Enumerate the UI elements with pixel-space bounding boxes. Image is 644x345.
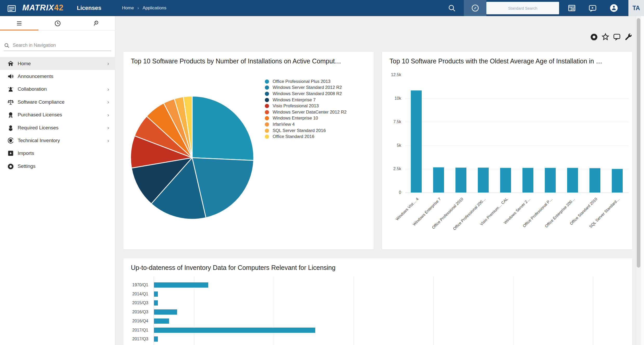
scales-icon: [7, 99, 14, 105]
video-tutorials-icon[interactable]: [588, 4, 597, 12]
chevron-right-icon: ›: [107, 61, 109, 67]
list-icon: [16, 20, 23, 27]
sidebar-item-home[interactable]: Home›: [0, 57, 115, 70]
category-label: 2016/Q3: [123, 310, 148, 314]
megaphone-icon: [7, 73, 14, 80]
chevron-right-icon: ›: [107, 86, 109, 92]
legend-dot: [265, 129, 269, 133]
bar: [154, 336, 158, 342]
chevron-right-icon: ›: [107, 99, 109, 105]
active-tab-underline: [0, 30, 38, 30]
sidebar-item-label: Software Compliance: [18, 99, 65, 105]
global-search-input[interactable]: [486, 2, 559, 14]
legend-label: SQL Server Standard 2016: [273, 128, 326, 133]
sidebar-item-label: Collaboration: [18, 86, 47, 92]
breadcrumb-current[interactable]: Applications: [143, 5, 166, 10]
y-axis-tick: 7.5k: [383, 120, 401, 124]
x-axis-label: Windows Enterprise 7: [393, 197, 442, 246]
y-axis-tick: 0: [383, 190, 401, 195]
sidebar-search-input[interactable]: [13, 43, 111, 48]
gridline: [405, 145, 629, 146]
imports-icon: [7, 150, 14, 157]
bar: [433, 167, 444, 193]
gridline: [433, 276, 434, 345]
bar: [567, 168, 578, 193]
sidebar-item-collaboration[interactable]: Collaboration›: [0, 83, 115, 96]
bar: [154, 282, 208, 288]
award-icon: [7, 111, 14, 118]
legend-item: Office Professional Plus 2013: [265, 78, 346, 85]
tab-history[interactable]: [38, 16, 77, 31]
legend-label: Windows Server Standard 2012 R2: [273, 85, 342, 90]
category-label: 1970/Q1: [123, 283, 148, 287]
sidebar-item-announcements[interactable]: Announcements: [0, 70, 115, 83]
pie-chart: [130, 95, 254, 220]
pie-slice: [192, 96, 254, 160]
gear-icon[interactable]: [590, 33, 598, 41]
x-axis-label: SQL Server Standard…: [571, 197, 620, 246]
legend-dot: [265, 135, 269, 139]
bar: [154, 291, 158, 297]
legend-dot: [265, 122, 269, 127]
sidebar-nav-list: Home›AnnouncementsCollaboration›Software…: [0, 57, 115, 173]
y-axis-tick: 2.5k: [383, 167, 401, 171]
bar: [455, 168, 466, 193]
sidebar-item-software-compliance[interactable]: Software Compliance›: [0, 96, 115, 108]
breadcrumb: Home›Applications: [122, 5, 166, 11]
search-icon[interactable]: [448, 4, 456, 12]
x-axis-label: Office Enterprise 200…: [527, 197, 576, 246]
legend-item: Windows Server Standard 2008 R2: [265, 91, 346, 97]
sidebar-item-technical-inventory[interactable]: Technical Inventory›: [0, 134, 115, 147]
tab-navigation[interactable]: [0, 16, 38, 31]
legend-dot: [265, 116, 269, 120]
gridline: [593, 276, 593, 345]
avatar[interactable]: TA: [628, 0, 644, 16]
page-scrollbar[interactable]: [636, 16, 641, 345]
legend-item: Windows Enterprise 10: [265, 115, 346, 122]
sidebar-item-purchased-licenses[interactable]: Purchased Licenses›: [0, 109, 115, 121]
matrix42-logo[interactable]: MATRIX42: [22, 3, 64, 12]
chevron-right-icon: ›: [107, 125, 109, 131]
active-app-tile[interactable]: [464, 0, 486, 16]
bar-chart: 12.5k10k7.5k5k2.5k0Windows Vist… 4Window…: [382, 52, 633, 250]
bar: [478, 168, 489, 193]
star-icon[interactable]: [601, 33, 609, 41]
search-icon: [4, 43, 10, 48]
breadcrumb-separator: ›: [137, 5, 139, 10]
bar: [154, 309, 177, 315]
clock-icon: [54, 20, 61, 27]
y-axis-tick: 5k: [383, 143, 401, 148]
bar: [154, 319, 169, 324]
scrollbar-thumb[interactable]: [637, 18, 640, 268]
sidebar-item-settings[interactable]: Settings: [0, 160, 115, 172]
legend-dot: [265, 104, 269, 108]
legend-dot: [265, 98, 269, 102]
apps-grid-icon[interactable]: [568, 4, 576, 12]
gear-icon: [7, 163, 14, 170]
legend-label: Office Professional Plus 2013: [273, 79, 331, 84]
pie-legend: Office Professional Plus 2013Windows Ser…: [265, 78, 346, 140]
bar: [411, 90, 422, 193]
x-axis-line: [405, 193, 629, 193]
tab-favorites[interactable]: [77, 16, 115, 31]
wrench-icon[interactable]: [624, 33, 632, 41]
category-label: 2015/Q3: [123, 301, 148, 305]
y-axis-tick: 12.5k: [383, 72, 401, 77]
sidebar-item-label: Settings: [18, 163, 36, 169]
breadcrumb-home[interactable]: Home: [122, 5, 134, 10]
sidebar-item-imports[interactable]: Imports: [0, 147, 115, 160]
user-help-icon[interactable]: [610, 4, 618, 12]
comment-icon[interactable]: [613, 33, 621, 41]
legend-label: Visio Professional 2013: [273, 103, 319, 109]
sidebar-item-required-licenses[interactable]: Required Licenses›: [0, 121, 115, 134]
bar: [154, 300, 158, 306]
legend-label: Windows Enterprise 10: [273, 116, 318, 121]
logo-accent: 42: [54, 3, 64, 12]
x-axis-label: Office Professional 200…: [437, 197, 486, 246]
people-icon: [7, 86, 14, 92]
app-menu-icon[interactable]: [7, 4, 16, 12]
bar: [612, 169, 623, 193]
pie-chart-title: Top 10 Software Products by Number of In…: [131, 57, 341, 65]
badge-icon: [7, 124, 14, 131]
sidebar: Home›AnnouncementsCollaboration›Software…: [0, 16, 115, 345]
